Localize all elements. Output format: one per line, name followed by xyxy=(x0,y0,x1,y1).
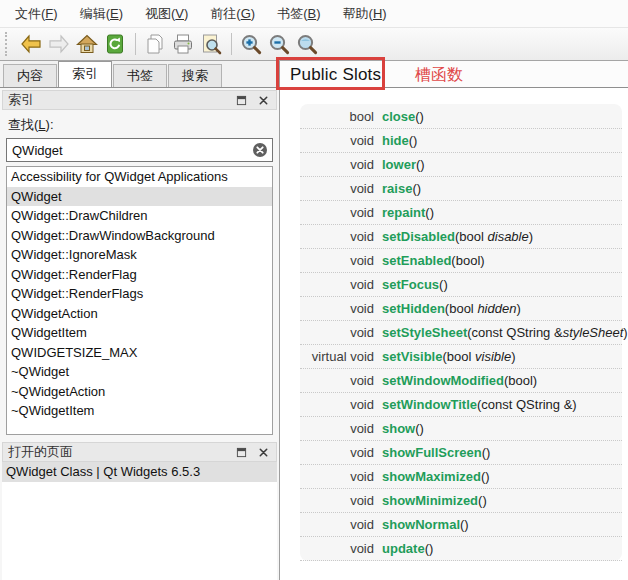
clear-circle-x-icon xyxy=(252,142,268,158)
float-window-icon xyxy=(236,447,247,458)
index-list-item[interactable]: ~QWidgetAction xyxy=(7,382,272,402)
index-dock-titlebar: 索引 xyxy=(2,90,277,110)
index-list-item[interactable]: QWIDGETSIZE_MAX xyxy=(7,343,272,363)
tab-index[interactable]: 索引 xyxy=(58,61,112,87)
back-button[interactable] xyxy=(17,30,45,58)
return-type: void xyxy=(300,469,382,484)
function-link[interactable]: setWindowTitle xyxy=(382,397,477,412)
index-list-item[interactable]: QWidget::RenderFlags xyxy=(7,284,272,304)
slot-row: void update() xyxy=(300,537,622,561)
home-icon xyxy=(75,32,99,56)
return-type: void xyxy=(300,253,382,268)
return-type: void xyxy=(300,445,382,460)
function-link[interactable]: showNormal xyxy=(382,517,460,532)
dock-splitter[interactable] xyxy=(2,435,277,442)
zoom-out-icon xyxy=(267,32,291,56)
open-page-item[interactable]: QWidget Class | Qt Widgets 6.5.3 xyxy=(2,462,277,482)
tab-bookmarks[interactable]: 书签 xyxy=(113,64,167,87)
function-link[interactable]: showFullScreen xyxy=(382,445,482,460)
function-link[interactable]: lower xyxy=(382,157,416,172)
sync-toc-button[interactable] xyxy=(101,30,129,58)
zoom-out-button[interactable] xyxy=(265,30,293,58)
function-link[interactable]: hide xyxy=(382,133,409,148)
return-type: void xyxy=(300,373,382,388)
sidebar-tab-bar: 内容索引书签搜索 xyxy=(0,61,279,88)
tab-search[interactable]: 搜索 xyxy=(168,64,222,87)
slot-row: void raise() xyxy=(300,177,622,201)
menu-go[interactable]: 前往(G) xyxy=(199,0,266,28)
index-dock-float-button[interactable] xyxy=(233,93,249,107)
function-link[interactable]: setHidden xyxy=(382,301,445,316)
copy-button[interactable] xyxy=(141,30,169,58)
home-button[interactable] xyxy=(73,30,101,58)
function-signature: setFocus() xyxy=(382,277,448,292)
slot-row: void show() xyxy=(300,417,622,441)
index-list-item[interactable]: Accessibility for QWidget Applications xyxy=(7,167,272,187)
function-link[interactable]: show xyxy=(382,421,415,436)
index-dock-close-button[interactable] xyxy=(255,93,271,107)
function-link[interactable]: showMaximized xyxy=(382,469,481,484)
menu-bookmarks[interactable]: 书签(B) xyxy=(266,0,331,28)
index-list-item[interactable]: QWidget::IgnoreMask xyxy=(7,245,272,265)
zoom-reset-button[interactable] xyxy=(293,30,321,58)
function-link[interactable]: setWindowModified xyxy=(382,373,504,388)
slot-row: void lower() xyxy=(300,153,622,177)
print-button[interactable] xyxy=(169,30,197,58)
function-link[interactable]: setDisabled xyxy=(382,229,455,244)
function-signature: show() xyxy=(382,421,424,436)
return-type: void xyxy=(300,157,382,172)
forward-button[interactable] xyxy=(45,30,73,58)
index-search-input[interactable] xyxy=(7,140,251,160)
slot-row: void setStyleSheet(const QString &styleS… xyxy=(300,321,622,345)
function-link[interactable]: setVisible xyxy=(382,349,442,364)
function-link[interactable]: setStyleSheet xyxy=(382,325,467,340)
index-dock-title: 索引 xyxy=(8,91,34,109)
tab-contents[interactable]: 内容 xyxy=(3,64,57,87)
return-type: void xyxy=(300,397,382,412)
return-type: void xyxy=(300,493,382,508)
open-pages-dock: 打开的页面 QWidget Class | Qt Widgets 6.5.3 xyxy=(2,442,277,580)
menu-help[interactable]: 帮助(H) xyxy=(332,0,398,28)
clear-search-button[interactable] xyxy=(251,142,268,159)
function-signature: setHidden(bool hidden) xyxy=(382,301,521,316)
printer-icon xyxy=(171,32,195,56)
return-type: void xyxy=(300,205,382,220)
find-in-page-button[interactable] xyxy=(197,30,225,58)
function-link[interactable]: repaint xyxy=(382,205,425,220)
slot-row: void setHidden(bool hidden) xyxy=(300,297,622,321)
return-type: void xyxy=(300,325,382,340)
close-icon xyxy=(258,95,269,106)
function-link[interactable]: setEnabled xyxy=(382,253,451,268)
menu-edit[interactable]: 编辑(E) xyxy=(69,0,134,28)
index-list-item[interactable]: QWidgetItem xyxy=(7,323,272,343)
slot-row: void hide() xyxy=(300,129,622,153)
translation-annotation: 槽函数 xyxy=(415,65,463,86)
index-list-item[interactable]: QWidget::DrawChildren xyxy=(7,206,272,226)
function-link[interactable]: update xyxy=(382,541,425,556)
zoom-in-button[interactable] xyxy=(237,30,265,58)
index-list-item[interactable]: ~QWidgetItem xyxy=(7,401,272,421)
function-link[interactable]: close xyxy=(382,109,415,124)
function-signature: showMaximized() xyxy=(382,469,490,484)
function-signature: setWindowTitle(const QString &) xyxy=(382,397,577,412)
menu-file[interactable]: 文件(F) xyxy=(4,0,69,28)
menu-view[interactable]: 视图(V) xyxy=(134,0,199,28)
back-arrow-icon xyxy=(19,32,43,56)
open-pages-float-button[interactable] xyxy=(233,445,249,459)
index-list-item[interactable]: QWidget::DrawWindowBackground xyxy=(7,226,272,246)
function-link[interactable]: setFocus xyxy=(382,277,439,292)
function-signature: setVisible(bool visible) xyxy=(382,349,515,364)
function-signature: lower() xyxy=(382,157,425,172)
open-pages-close-button[interactable] xyxy=(255,445,271,459)
function-link[interactable]: raise xyxy=(382,181,412,196)
index-list-item[interactable]: QWidget::RenderFlag xyxy=(7,265,272,285)
index-list-item[interactable]: QWidget xyxy=(7,187,272,207)
toolbar-drag-handle[interactable] xyxy=(5,32,12,56)
function-link[interactable]: showMinimized xyxy=(382,493,478,508)
index-list-item[interactable]: ~QWidget xyxy=(7,362,272,382)
function-signature: setDisabled(bool disable) xyxy=(382,229,533,244)
index-list-item[interactable]: QWidgetAction xyxy=(7,304,272,324)
slot-row: void setEnabled(bool) xyxy=(300,249,622,273)
function-signature: setStyleSheet(const QString &styleSheet) xyxy=(382,325,628,340)
return-type: virtual void xyxy=(300,349,382,364)
